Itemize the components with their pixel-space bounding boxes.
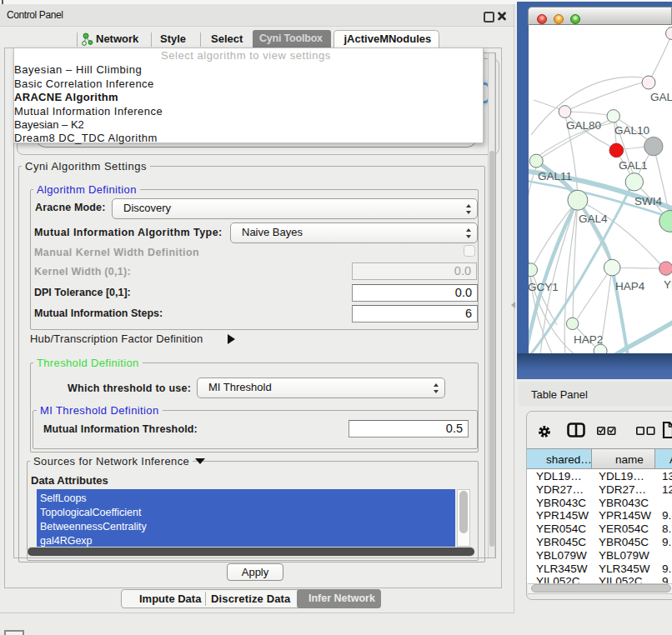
svg-text:GAL4: GAL4 [579,212,608,225]
svg-text:GAL80: GAL80 [566,119,601,132]
svg-text:GAL10: GAL10 [614,124,649,137]
svg-text:GCY1: GCY1 [529,281,559,293]
svg-text:HAP2: HAP2 [574,333,603,346]
svg-text:GAL11: GAL11 [538,170,572,182]
svg-text:SWI4: SWI4 [634,195,662,208]
svg-text:HAP4: HAP4 [615,280,645,292]
svg-text:GAL1: GAL1 [619,159,648,172]
svg-text:YEL: YEL [664,278,672,291]
svg-text:GAL7: GAL7 [650,91,672,103]
